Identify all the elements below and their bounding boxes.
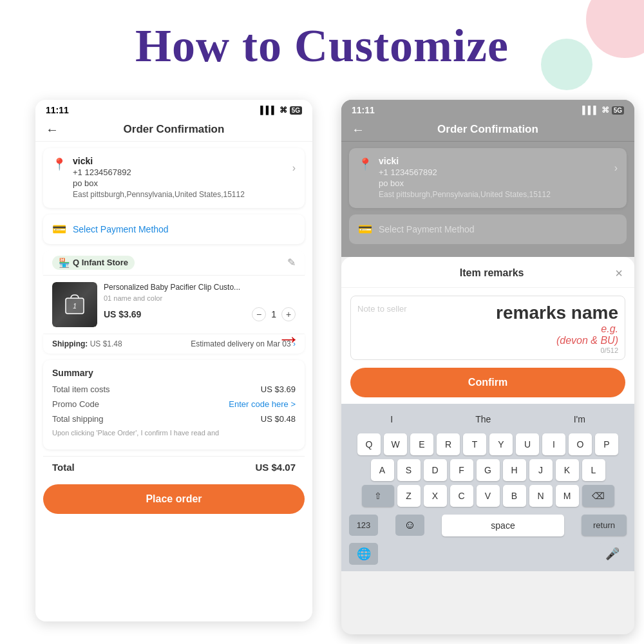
- suggestion-im[interactable]: I'm: [569, 413, 591, 426]
- key-r[interactable]: R: [437, 433, 460, 455]
- right-payment-row[interactable]: 💳 Select Payment Method: [349, 214, 627, 244]
- left-status-icons: ▌▌▌ ⌘ 5G: [260, 106, 302, 115]
- item-cost-label: Total item costs: [52, 384, 110, 394]
- key-y[interactable]: Y: [489, 433, 513, 455]
- place-order-button[interactable]: Place order: [43, 484, 305, 514]
- key-f[interactable]: F: [450, 459, 473, 481]
- key-e[interactable]: E: [410, 433, 433, 455]
- left-back-button[interactable]: ←: [46, 122, 59, 137]
- keyboard-row-2: A S D F G H J K L: [344, 459, 632, 481]
- key-a[interactable]: A: [371, 459, 394, 481]
- key-k[interactable]: K: [556, 459, 579, 481]
- address-card: 📍 vicki +1 1234567892 po box East pittsb…: [43, 148, 305, 208]
- address-name: vicki: [73, 156, 286, 166]
- store-header: 🏪 Q Infant Store ✎: [43, 251, 305, 276]
- remarks-textarea[interactable]: Note to seller remarks name e.g. (devon …: [350, 296, 625, 360]
- remarks-eg-text: e.g.: [496, 323, 618, 335]
- key-shift[interactable]: ⇧: [362, 485, 394, 507]
- promo-label: Promo Code: [52, 399, 99, 409]
- total-shipping-label: Total shipping: [52, 414, 104, 424]
- left-phone-screenshot: 11:11 ▌▌▌ ⌘ 5G ← Order Confirmation 📍 vi…: [35, 100, 312, 621]
- qty-increase-button[interactable]: +: [281, 307, 296, 321]
- right-address-pobox: po box: [379, 178, 608, 188]
- right-status-time: 11:11: [352, 105, 375, 115]
- modal-title: Item remarks: [368, 267, 615, 279]
- left-nav-header: ← Order Confirmation: [35, 118, 312, 142]
- suggestion-i[interactable]: I: [385, 413, 398, 426]
- key-o[interactable]: O: [569, 433, 592, 455]
- red-arrow-indicator: ←: [277, 325, 300, 352]
- qty-decrease-button[interactable]: −: [252, 307, 266, 321]
- note-icon[interactable]: ✎: [287, 256, 296, 269]
- left-status-bar: 11:11 ▌▌▌ ⌘ 5G: [35, 100, 312, 118]
- modal-close-button[interactable]: ×: [615, 266, 623, 281]
- quantity-value: 1: [271, 309, 276, 319]
- remarks-overlay: remarks name e.g. (devon & BU): [496, 303, 618, 346]
- summary-shipping-row: Total shipping US $0.48: [52, 414, 296, 424]
- key-emoji[interactable]: ☺: [395, 515, 424, 536]
- key-x[interactable]: X: [424, 485, 447, 507]
- total-label: Total: [52, 462, 75, 473]
- key-n[interactable]: N: [529, 485, 553, 507]
- promo-value[interactable]: Enter code here >: [229, 399, 296, 409]
- key-123[interactable]: 123: [349, 515, 378, 536]
- summary-item-cost-row: Total item costs US $3.69: [52, 384, 296, 394]
- keyboard-bottom-row: 123 ☺ space return: [344, 511, 632, 540]
- key-m[interactable]: M: [556, 485, 579, 507]
- key-c[interactable]: C: [450, 485, 473, 507]
- key-u[interactable]: U: [516, 433, 539, 455]
- suggestion-the[interactable]: The: [470, 413, 496, 426]
- key-w[interactable]: W: [384, 433, 407, 455]
- right-location-icon: 📍: [358, 157, 372, 171]
- key-globe[interactable]: 🌐: [349, 543, 378, 565]
- key-l[interactable]: L: [582, 459, 605, 481]
- key-j[interactable]: J: [529, 459, 553, 481]
- keyboard: I The I'm Q W E R T Y U I O P A S D: [341, 404, 634, 571]
- payment-label: Select Payment Method: [73, 224, 169, 234]
- item-cost-value: US $3.69: [261, 384, 296, 394]
- key-v[interactable]: V: [477, 485, 500, 507]
- key-i[interactable]: I: [542, 433, 565, 455]
- key-g[interactable]: G: [477, 459, 500, 481]
- payment-method-row[interactable]: 💳 Select Payment Method: [43, 214, 305, 244]
- key-delete[interactable]: ⌫: [582, 485, 614, 507]
- key-p[interactable]: P: [595, 433, 618, 455]
- summary-promo-row: Promo Code Enter code here >: [52, 399, 296, 409]
- right-back-button[interactable]: ←: [352, 122, 365, 137]
- remarks-placeholder: Note to seller: [357, 304, 407, 314]
- key-b[interactable]: B: [503, 485, 526, 507]
- address-phone: +1 1234567892: [73, 167, 286, 177]
- key-t[interactable]: T: [463, 433, 486, 455]
- shipping-label: Shipping: US $1.48: [52, 339, 122, 348]
- address-arrow-icon[interactable]: ›: [292, 162, 296, 174]
- right-address-card: 📍 vicki +1 1234567892 po box East pittsb…: [349, 148, 627, 208]
- shipping-row: Shipping: US $1.48 Estimated delivery on…: [43, 334, 305, 354]
- left-status-time: 11:11: [46, 105, 69, 115]
- confirm-button[interactable]: Confirm: [350, 368, 625, 397]
- right-address-arrow-icon[interactable]: ›: [614, 162, 618, 174]
- keyboard-suggestions: I The I'm: [344, 409, 632, 430]
- quantity-control: − 1 +: [252, 307, 296, 321]
- product-row: 1 Personalized Baby Pacifier Clip Custo.…: [43, 276, 305, 334]
- store-icon: 🏪: [59, 258, 70, 268]
- key-s[interactable]: S: [397, 459, 421, 481]
- key-d[interactable]: D: [424, 459, 447, 481]
- key-return[interactable]: return: [582, 515, 627, 536]
- store-badge: 🏪 Q Infant Store: [52, 256, 135, 270]
- key-h[interactable]: H: [503, 459, 526, 481]
- char-count: 0/512: [600, 346, 618, 354]
- right-status-bar: 11:11 ▌▌▌ ⌘ 5G: [341, 100, 634, 118]
- right-wifi-icon: ⌘: [601, 106, 609, 115]
- modal-header: Item remarks ×: [341, 257, 634, 288]
- wifi-icon: ⌘: [279, 106, 287, 115]
- key-mic[interactable]: 🎤: [598, 543, 627, 565]
- store-name: Q Infant Store: [73, 258, 128, 267]
- product-name: Personalized Baby Pacifier Clip Custo...: [104, 282, 296, 293]
- product-image: 1: [52, 282, 97, 327]
- key-z[interactable]: Z: [397, 485, 421, 507]
- key-q[interactable]: Q: [357, 433, 381, 455]
- item-remarks-modal: Item remarks × Note to seller remarks na…: [341, 257, 634, 571]
- right-address-phone: +1 1234567892: [379, 167, 608, 177]
- right-status-icons: ▌▌▌ ⌘ 5G: [582, 106, 624, 115]
- key-space[interactable]: space: [442, 515, 564, 536]
